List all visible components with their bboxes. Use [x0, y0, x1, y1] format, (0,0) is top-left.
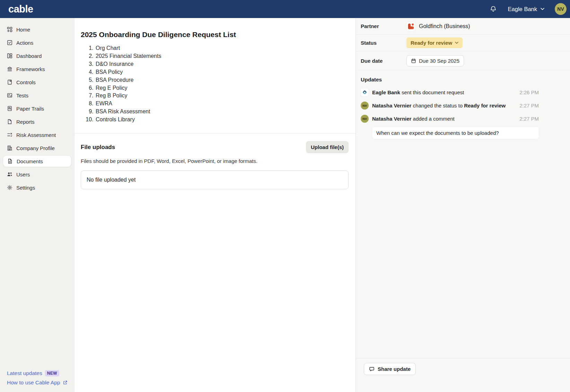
upload-files-button[interactable]: Upload file(s) [306, 141, 349, 153]
due-date-value: Due 30 Sep 2025 [419, 58, 459, 64]
updates-title: Updates [361, 77, 539, 83]
document-search-icon [7, 106, 12, 111]
file-uploads-hint: Files should be provided in PDF, Word, E… [81, 158, 349, 164]
status-label: Status [361, 40, 406, 46]
file-uploads-section: File uploads Upload file(s) Files should… [74, 133, 356, 189]
home-icon [7, 27, 12, 32]
partner-label: Partner [361, 23, 406, 29]
no-file-uploaded-box: No file uploaded yet [81, 171, 349, 189]
update-timestamp: 2:26 PM [519, 89, 539, 95]
new-badge: NEW [45, 370, 59, 376]
latest-updates-link[interactable]: Latest updates NEW [7, 370, 74, 376]
sidebar-item-label: Frameworks [16, 66, 45, 72]
update-text: Natasha Vernier added a comment [372, 116, 516, 122]
sidebar-item-users[interactable]: Users [3, 168, 71, 180]
panel-footer: Share update [356, 358, 570, 392]
due-date-row: Due date Due 30 Sep 2025 [356, 51, 570, 70]
status-dropdown[interactable]: Ready for review [406, 37, 463, 48]
sidebar-item-paper-trails[interactable]: Paper Trails [3, 103, 71, 114]
sidebar-item-label: Dashboard [16, 53, 42, 59]
status-row: Status Ready for review [356, 35, 570, 51]
list-x-icon [7, 132, 12, 138]
sidebar-footer: Latest updates NEW How to use Cable App [0, 370, 74, 392]
sidebar-item-label: Tests [16, 93, 28, 98]
status-value: Ready for review [411, 40, 452, 46]
sidebar-item-label: Users [16, 172, 30, 177]
help-link[interactable]: How to use Cable App [7, 380, 74, 386]
sidebar-item-documents[interactable]: Documents [3, 155, 71, 167]
sidebar-item-label: Actions [16, 40, 33, 46]
building-icon [7, 145, 12, 151]
request-list-section: 2025 Onboarding Due Diligence Request Li… [74, 18, 356, 124]
notifications-button[interactable] [488, 3, 499, 15]
request-list-item: Controls Library [95, 116, 349, 124]
app-window: cable Eagle Bank NV Home [0, 0, 570, 392]
partner-row: Partner Goldfinch (Business) [356, 18, 570, 35]
bell-icon [490, 6, 497, 13]
eagle-bank-logo-icon [361, 88, 369, 96]
help-link-label: How to use Cable App [7, 380, 60, 386]
request-list-item: BSA Procedure [95, 76, 349, 84]
sidebar: Home Actions Dashboard Frameworks Contro… [0, 18, 74, 392]
update-text: Eagle Bank sent this document request [372, 89, 516, 95]
org-switcher[interactable]: Eagle Bank [508, 6, 544, 12]
speech-bubble-icon [369, 366, 375, 372]
empty-state-text: No file uploaded yet [87, 177, 135, 183]
main-content: 2025 Onboarding Due Diligence Request Li… [74, 18, 356, 392]
page-title: 2025 Onboarding Due Diligence Request Li… [81, 31, 349, 39]
user-avatar: NV [361, 115, 369, 123]
sidebar-item-actions[interactable]: Actions [3, 37, 71, 49]
calendar-icon [411, 58, 416, 63]
sidebar-item-controls[interactable]: Controls [3, 76, 71, 88]
goldfinch-logo-icon [406, 22, 415, 31]
request-list-item: Org Chart [95, 44, 349, 52]
file-text-icon [7, 158, 13, 164]
sidebar-item-label: Company Profile [16, 145, 55, 151]
sidebar-item-risk-assessment[interactable]: Risk Assessment [3, 129, 71, 141]
update-entry: NV Natasha Vernier changed the status to… [361, 102, 539, 110]
gear-icon [7, 185, 12, 190]
request-list-item: BSA Policy [95, 68, 349, 76]
org-name: Eagle Bank [508, 6, 537, 12]
file-uploads-title: File uploads [81, 144, 115, 151]
updates-section: Updates Eagle Bank sent this document re… [356, 70, 570, 358]
sidebar-item-reports[interactable]: Reports [3, 116, 71, 128]
sidebar-item-label: Home [16, 27, 30, 33]
list-check-icon [7, 93, 12, 98]
request-list-item: Reg B Policy [95, 92, 349, 100]
request-list: Org Chart 2025 Financial Statements D&O … [81, 44, 349, 124]
request-list-item: Reg E Policy [95, 84, 349, 92]
latest-updates-label: Latest updates [7, 370, 42, 376]
comment-bubble: When can we expect the documents to be u… [372, 127, 539, 139]
bank-icon [7, 66, 12, 72]
request-list-item: D&O Insurance [95, 60, 349, 68]
chevron-down-icon [541, 8, 544, 10]
request-list-item: BSA Risk Assessment [95, 108, 349, 116]
users-icon [7, 172, 12, 177]
file-icon [7, 119, 12, 124]
sidebar-item-dashboard[interactable]: Dashboard [3, 50, 71, 62]
due-date-button[interactable]: Due 30 Sep 2025 [406, 55, 464, 67]
sidebar-item-home[interactable]: Home [3, 24, 71, 35]
sidebar-item-label: Documents [17, 158, 43, 164]
user-avatar[interactable]: NV [555, 3, 567, 15]
cable-logo: cable [8, 3, 33, 15]
chevron-down-icon [455, 42, 458, 44]
sidebar-item-company-profile[interactable]: Company Profile [3, 142, 71, 154]
update-timestamp: 2:27 PM [519, 103, 539, 108]
share-update-button[interactable]: Share update [364, 363, 416, 375]
request-list-item: EWRA [95, 100, 349, 108]
journal-icon [7, 79, 12, 85]
top-navbar: cable Eagle Bank NV [0, 0, 570, 18]
sidebar-item-settings[interactable]: Settings [3, 182, 71, 193]
sidebar-item-frameworks[interactable]: Frameworks [3, 63, 71, 75]
sidebar-item-label: Controls [16, 79, 36, 85]
update-entry: Eagle Bank sent this document request 2:… [361, 88, 539, 96]
update-text: Natasha Vernier changed the status to Re… [372, 103, 516, 108]
sidebar-item-label: Risk Assessment [16, 132, 56, 138]
request-list-item: 2025 Financial Statements [95, 52, 349, 60]
due-date-label: Due date [361, 58, 406, 64]
partner-name: Goldfinch (Business) [419, 23, 470, 29]
sidebar-item-tests[interactable]: Tests [3, 89, 71, 101]
external-link-icon [63, 380, 68, 385]
